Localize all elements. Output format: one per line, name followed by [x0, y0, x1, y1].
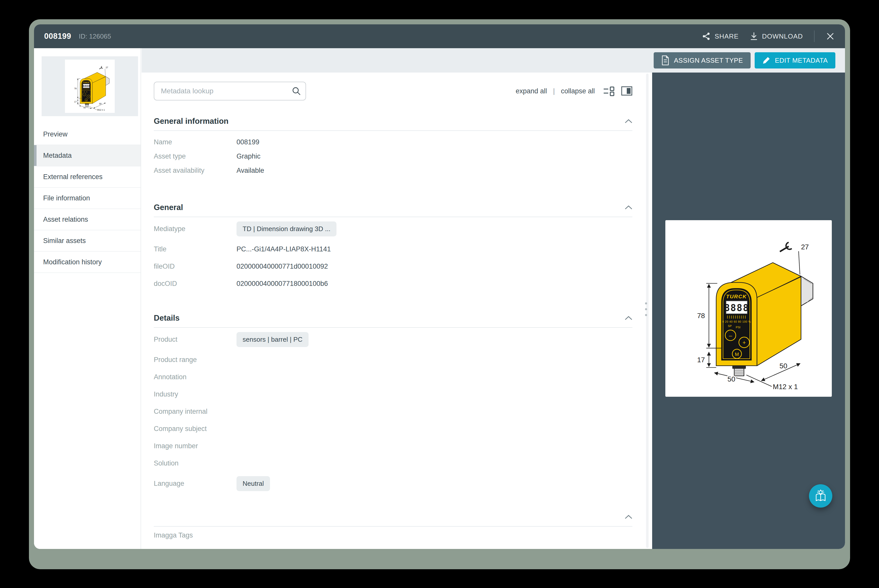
expand-all-link[interactable]: expand all: [515, 87, 547, 95]
sensor-dimension-drawing: [672, 225, 825, 392]
pencil-icon: [762, 56, 771, 64]
field-label: Company internal: [154, 408, 236, 416]
product-chip[interactable]: sensors | barrel | PC: [236, 332, 308, 347]
sidebar-item-label: Modification history: [43, 258, 102, 266]
side-panel-toggle-icon[interactable]: [621, 86, 633, 96]
sidebar-item-preview[interactable]: Preview: [34, 124, 141, 145]
chevron-up-icon[interactable]: [625, 119, 633, 123]
field-row-annotation: Annotation: [154, 368, 633, 386]
sidebar-item-similar-assets[interactable]: Similar assets: [34, 230, 141, 252]
field-row-title: Title PC...-Gi1/4A4P-LIAP8X-H1141: [154, 240, 633, 258]
section-general: General Mediatype TD | Dimension drawing…: [154, 202, 633, 292]
sidebar-item-label: External references: [43, 173, 102, 181]
close-button[interactable]: [826, 32, 835, 41]
asset-thumbnail-card[interactable]: [42, 56, 138, 116]
sidebar-item-modification-history[interactable]: Modification history: [34, 252, 141, 273]
field-label: fileOID: [154, 262, 236, 270]
field-row-language: Language Neutral: [154, 472, 633, 495]
field-label: Title: [154, 245, 236, 253]
collapse-all-link[interactable]: collapse all: [561, 87, 595, 95]
field-label: Imagga Tags: [154, 531, 236, 539]
section-divider: [154, 130, 633, 131]
field-row-industry: Industry: [154, 386, 633, 403]
content-area: expand all | collapse all: [141, 72, 845, 549]
sidebar-menu: Preview Metadata External references Fil…: [34, 124, 141, 273]
field-label: Mediatype: [154, 225, 236, 233]
share-icon: [702, 32, 711, 40]
field-label: Company subject: [154, 425, 236, 433]
field-label: Name: [154, 138, 236, 146]
download-icon: [750, 32, 758, 41]
assign-asset-type-label: ASSIGN ASSET TYPE: [674, 57, 743, 64]
share-label: SHARE: [715, 33, 739, 40]
field-row-product-range: Product range: [154, 351, 633, 368]
field-label: Language: [154, 480, 236, 488]
field-label: Product: [154, 336, 236, 344]
field-label: Asset availability: [154, 166, 236, 174]
section-general-information: General information Name 008199: [154, 116, 633, 178]
field-row-mediatype: Mediatype TD | Dimension drawing 3D ...: [154, 217, 633, 240]
titlebar: 008199 ID: 126065: [34, 24, 845, 48]
field-row-solution: Solution: [154, 454, 633, 472]
field-row-product: Product sensors | barrel | PC: [154, 328, 633, 351]
sidebar-item-file-information[interactable]: File information: [34, 188, 141, 209]
mediatype-chip[interactable]: TD | Dimension drawing 3D ...: [236, 222, 337, 236]
section-header: Details: [154, 312, 633, 324]
preview-panel: [652, 72, 845, 549]
sidebar-item-metadata[interactable]: Metadata: [34, 145, 141, 166]
section-header: General: [154, 202, 633, 213]
product-info-fab-button[interactable]: [809, 484, 832, 508]
field-label: Industry: [154, 390, 236, 398]
sidebar: Preview Metadata External references Fil…: [34, 48, 141, 549]
sidebar-item-label: File information: [43, 194, 90, 202]
compact-rows-icon[interactable]: [603, 86, 615, 96]
controls-separator: |: [553, 87, 555, 95]
sidebar-item-asset-relations[interactable]: Asset relations: [34, 209, 141, 230]
field-value: 020000040000771d00010092: [236, 262, 328, 270]
asset-detail-window: 008199 ID: 126065: [29, 19, 850, 569]
field-value: Graphic: [236, 153, 261, 160]
download-label: DOWNLOAD: [762, 33, 803, 40]
panel-resize-handle[interactable]: [645, 302, 647, 316]
toolbar: ASSIGN ASSET TYPE EDIT METADATA: [141, 48, 845, 72]
sidebar-item-label: Preview: [43, 130, 68, 138]
section-details: Details Product sensors | barrel | PC Pr…: [154, 312, 633, 495]
field-row-name: Name 008199: [154, 135, 633, 149]
field-label: Product range: [154, 356, 236, 364]
field-value: 0200000400007718000100b6: [236, 280, 328, 288]
metadata-lookup-input[interactable]: [154, 82, 306, 100]
assign-asset-type-button[interactable]: ASSIGN ASSET TYPE: [654, 52, 751, 69]
field-label: Asset type: [154, 153, 236, 160]
book-lightbulb-icon: [814, 490, 827, 502]
chevron-up-icon[interactable]: [625, 316, 633, 320]
sidebar-item-label: Similar assets: [43, 237, 86, 245]
share-button[interactable]: SHARE: [702, 32, 739, 40]
search-icon: [292, 87, 301, 96]
chevron-up-icon[interactable]: [625, 515, 633, 519]
field-value: PC...-Gi1/4A4P-LIAP8X-H1141: [236, 245, 331, 253]
field-row-imagga-tags: Imagga Tags: [154, 526, 633, 544]
document-icon: [661, 55, 669, 66]
view-toggles: [603, 86, 633, 96]
window-content: 008199 ID: 126065: [34, 24, 845, 549]
sidebar-item-external-references[interactable]: External references: [34, 166, 141, 188]
panel-controls: expand all | collapse all: [515, 86, 633, 96]
language-chip[interactable]: Neutral: [236, 476, 270, 491]
field-row-company-subject: Company subject: [154, 420, 633, 437]
sidebar-item-label: Metadata: [43, 152, 72, 159]
download-button[interactable]: DOWNLOAD: [750, 32, 803, 41]
edit-metadata-label: EDIT METADATA: [775, 57, 828, 64]
field-value: Available: [236, 166, 264, 174]
edit-metadata-button[interactable]: EDIT METADATA: [755, 52, 835, 69]
chevron-up-icon[interactable]: [625, 206, 633, 210]
main-column: ASSIGN ASSET TYPE EDIT METADATA: [141, 48, 845, 549]
section-title: General: [154, 203, 183, 212]
sidebar-item-label: Asset relations: [43, 216, 88, 224]
asset-id: ID: 126065: [79, 33, 111, 40]
field-row-asset-type: Asset type Graphic: [154, 149, 633, 164]
metadata-controls-row: expand all | collapse all: [154, 82, 633, 100]
preview-image-card: [665, 220, 832, 397]
asset-thumbnail-image: [65, 60, 115, 113]
field-label: docOID: [154, 280, 236, 288]
field-label: Annotation: [154, 373, 236, 381]
